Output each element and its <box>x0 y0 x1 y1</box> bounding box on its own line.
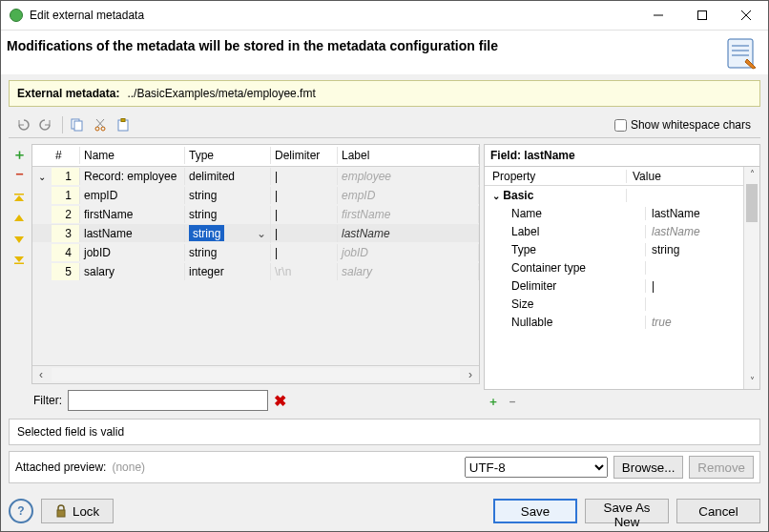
show-whitespace-label: Show whitespace chars <box>631 118 751 132</box>
field-row[interactable]: 2firstNamestring|firstName <box>32 205 479 224</box>
clear-filter-button[interactable]: ✖ <box>274 392 286 410</box>
move-bottom-button[interactable] <box>10 249 28 266</box>
minimize-button[interactable] <box>636 1 680 30</box>
svg-rect-16 <box>121 119 125 122</box>
record-row[interactable]: ⌄ 1 Record: employee delimited | employe… <box>32 167 479 186</box>
col-type[interactable]: Type <box>185 147 271 164</box>
scrollbar-thumb[interactable] <box>746 184 758 222</box>
scroll-down-icon[interactable]: ˅ <box>744 374 759 389</box>
svg-rect-19 <box>57 510 65 517</box>
lock-icon <box>55 504 67 518</box>
property-row[interactable]: Delimiter| <box>485 276 743 295</box>
attached-preview-value: (none) <box>112 460 145 474</box>
save-button[interactable]: Save <box>493 499 577 523</box>
redo-button[interactable] <box>35 114 56 135</box>
cancel-button[interactable]: Cancel <box>676 499 760 523</box>
col-num[interactable]: # <box>52 147 80 164</box>
svg-line-13 <box>97 119 104 127</box>
grid-h-scrollbar[interactable]: ‹ › <box>32 365 479 383</box>
add-row-button[interactable]: ＋ <box>10 146 28 163</box>
app-icon <box>9 8 24 23</box>
filter-label: Filter: <box>33 394 62 407</box>
svg-rect-10 <box>74 121 82 131</box>
lock-button[interactable]: Lock <box>41 499 114 523</box>
remove-row-button[interactable]: － <box>10 165 28 182</box>
dialog-window: Edit external metadata Modifications of … <box>0 0 769 532</box>
copy-button[interactable] <box>67 114 88 135</box>
scroll-right-icon[interactable]: › <box>462 368 479 381</box>
maximize-button[interactable] <box>680 1 724 30</box>
svg-point-0 <box>10 10 23 22</box>
status-panel: Selected field is valid <box>9 419 760 445</box>
fields-grid[interactable]: # Name Type Delimiter Label ⌄ 1 Record: <box>31 144 480 384</box>
heading-row: Modifications of the metadata will be st… <box>1 31 768 74</box>
col-name[interactable]: Name <box>80 147 185 164</box>
metadata-doc-icon <box>724 36 759 71</box>
property-row[interactable]: Nullabletrue <box>485 313 743 331</box>
row-tools: ＋ － <box>9 144 30 413</box>
add-property-button[interactable]: ＋ <box>486 394 501 409</box>
svg-line-14 <box>96 119 103 127</box>
scroll-left-icon[interactable]: ‹ <box>32 368 50 381</box>
filter-input[interactable] <box>68 390 268 411</box>
col-value[interactable]: Value <box>627 170 743 183</box>
svg-point-12 <box>101 127 105 131</box>
svg-rect-18 <box>14 263 24 265</box>
paste-button[interactable] <box>113 114 134 135</box>
svg-rect-2 <box>698 11 707 20</box>
close-button[interactable] <box>724 1 768 30</box>
undo-button[interactable] <box>12 114 33 135</box>
encoding-select[interactable]: UTF-8 <box>465 457 608 478</box>
titlebar: Edit external metadata <box>1 1 768 31</box>
field-row[interactable]: 3lastNamestring⌄|lastName <box>32 224 479 243</box>
move-down-button[interactable] <box>10 230 28 247</box>
edit-toolbar: Show whitespace chars <box>9 113 760 138</box>
dialog-subtitle: Modifications of the metadata will be st… <box>7 36 724 53</box>
property-toolbar: ＋ － <box>484 390 760 413</box>
move-up-button[interactable] <box>10 211 28 228</box>
property-row[interactable]: Typestring <box>485 240 743 258</box>
chevron-down-icon: ⌄ <box>492 191 500 201</box>
field-row[interactable]: 5salaryinteger\r\nsalary <box>32 262 479 281</box>
property-grid[interactable]: Property Value ⌄ Basic NamelastNameLabel… <box>485 167 743 389</box>
remove-property-button[interactable]: － <box>505 394 520 409</box>
grid-header: # Name Type Delimiter Label <box>32 145 479 167</box>
col-label[interactable]: Label <box>338 147 479 164</box>
external-metadata-path: ../BasicExamples/meta/employee.fmt <box>127 87 315 100</box>
property-row[interactable]: LabellastName <box>485 222 743 240</box>
property-group-basic[interactable]: ⌄ Basic <box>485 186 743 204</box>
dialog-footer: ? Lock Save Save As New Cancel <box>1 491 768 531</box>
property-row[interactable]: Size <box>485 295 743 313</box>
scroll-up-icon[interactable]: ˄ <box>744 167 759 182</box>
window-title: Edit external metadata <box>30 9 636 22</box>
remove-preview-button[interactable]: Remove <box>689 456 754 479</box>
chevron-down-icon[interactable]: ⌄ <box>257 227 266 240</box>
field-row[interactable]: 1empIDstring|empID <box>32 186 479 205</box>
col-delimiter[interactable]: Delimiter <box>271 147 338 164</box>
expand-icon[interactable]: ⌄ <box>38 172 46 182</box>
svg-rect-17 <box>14 194 24 195</box>
attached-preview-row: Attached preview: (none) UTF-8 Browse...… <box>9 451 760 483</box>
external-metadata-label: External metadata: <box>17 87 119 100</box>
filter-row: Filter: ✖ <box>31 384 480 413</box>
property-v-scrollbar[interactable]: ˄ ˅ <box>743 167 759 389</box>
status-text: Selected field is valid <box>17 425 124 439</box>
help-button[interactable]: ? <box>9 499 33 523</box>
show-whitespace-checkbox[interactable]: Show whitespace chars <box>614 118 751 132</box>
field-row[interactable]: 4jobIDstring|jobID <box>32 243 479 262</box>
show-whitespace-input[interactable] <box>614 119 627 132</box>
cut-button[interactable] <box>90 114 111 135</box>
browse-button[interactable]: Browse... <box>613 456 684 479</box>
save-as-new-button[interactable]: Save As New <box>585 499 669 523</box>
property-row[interactable]: Container type <box>485 258 743 276</box>
attached-preview-label: Attached preview: <box>15 460 106 474</box>
field-panel-title: Field: lastName <box>484 144 760 166</box>
move-top-button[interactable] <box>10 192 28 209</box>
external-metadata-banner: External metadata: ../BasicExamples/meta… <box>9 80 760 107</box>
col-property[interactable]: Property <box>485 170 627 183</box>
svg-point-11 <box>95 127 99 131</box>
property-row[interactable]: NamelastName <box>485 204 743 222</box>
